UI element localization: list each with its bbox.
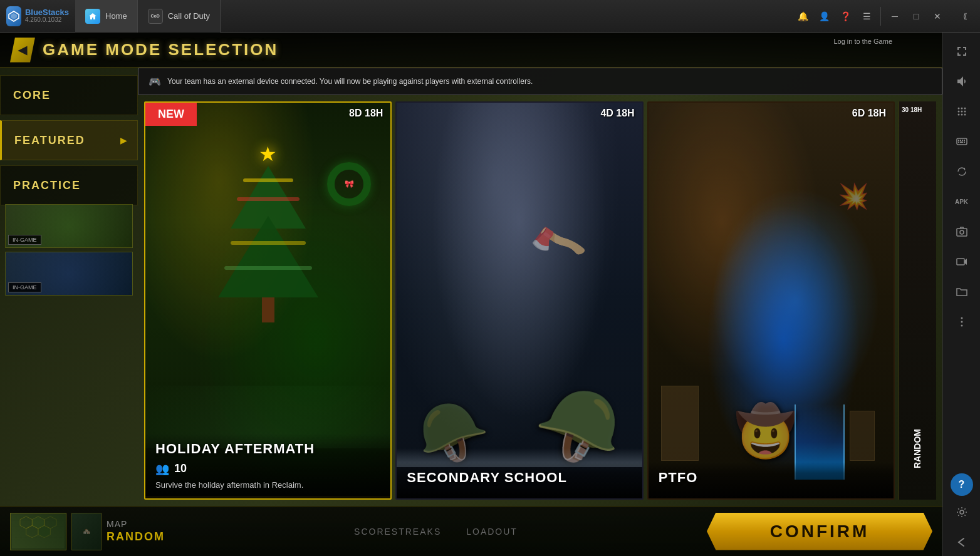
in-game-badge-2: IN-GAME bbox=[8, 282, 41, 292]
map-thumb-2: 🏘️ bbox=[71, 513, 102, 550]
minimize-btn[interactable]: ─ bbox=[885, 6, 905, 26]
bluestacks-version: 4.260.0.1032 bbox=[25, 16, 69, 24]
video-btn[interactable] bbox=[948, 248, 976, 275]
svg-point-30 bbox=[960, 510, 964, 514]
help-circle-btn[interactable]: ? bbox=[951, 473, 973, 496]
ptfo-card-title: PTFO bbox=[659, 470, 884, 486]
svg-point-7 bbox=[957, 108, 959, 110]
tab-cod[interactable]: CoD Call of Duty bbox=[138, 0, 221, 33]
controller-icon: 🎮 bbox=[149, 76, 161, 88]
more-options-btn[interactable] bbox=[948, 308, 976, 336]
svg-point-11 bbox=[961, 111, 962, 113]
featured-arrow-icon: ▶ bbox=[120, 135, 127, 145]
svg-rect-18 bbox=[960, 140, 961, 141]
practice-label: PRACTICE bbox=[13, 179, 81, 192]
svg-rect-19 bbox=[962, 140, 963, 141]
bell-btn[interactable]: 🔔 bbox=[793, 6, 813, 26]
back-arrow-icon: ◀ bbox=[18, 43, 27, 57]
new-badge: NEW bbox=[145, 103, 197, 126]
confirm-button[interactable]: CONFIRM bbox=[707, 513, 932, 550]
holiday-card-desc: Survive the holiday aftermath in Reclaim… bbox=[155, 480, 380, 491]
svg-point-9 bbox=[964, 108, 966, 110]
svg-point-15 bbox=[964, 114, 966, 116]
confirm-text: CONFIRM bbox=[770, 522, 870, 542]
svg-rect-22 bbox=[960, 142, 963, 143]
dots-grid-btn[interactable] bbox=[948, 98, 976, 125]
volume-btn[interactable] bbox=[948, 68, 976, 95]
sidebar-thumb-1[interactable]: IN-GAME bbox=[5, 204, 133, 248]
loadout-label: LOADOUT bbox=[466, 527, 518, 537]
close-btn[interactable]: ✕ bbox=[927, 6, 947, 26]
map-thumbnail bbox=[10, 513, 66, 550]
ptfo-time-badge: 6D 18H bbox=[852, 108, 886, 119]
svg-point-25 bbox=[960, 230, 964, 234]
home-icon bbox=[85, 9, 100, 24]
secondary-card-title: SECONDARY SCHOOL bbox=[407, 470, 632, 486]
svg-point-8 bbox=[961, 108, 962, 110]
svg-point-27 bbox=[961, 317, 962, 319]
wreath-decoration: 🎀 bbox=[327, 162, 371, 206]
bottom-center: SCORESTREAKS LOADOUT bbox=[175, 527, 697, 537]
expand-view-btn[interactable] bbox=[948, 38, 976, 65]
help-icon: ? bbox=[959, 479, 965, 490]
secondary-time-badge: 4D 18H bbox=[600, 108, 634, 119]
svg-point-14 bbox=[961, 114, 962, 116]
holiday-card-info: HOLIDAY AFTERMATH 👥 10 Survive the holid… bbox=[145, 433, 390, 498]
sidebar-item-featured[interactable]: ▶ FEATURED bbox=[0, 120, 138, 160]
mode-card-holiday[interactable]: ★ 🎀 N bbox=[144, 101, 392, 500]
players-count: 10 bbox=[174, 462, 187, 475]
back-nav-btn[interactable] bbox=[948, 528, 976, 556]
bottom-bar: 🏘️ MAP RANDOM SCORESTREAKS LOADOUT CONFI… bbox=[0, 506, 942, 556]
svg-point-12 bbox=[964, 111, 966, 113]
tab-home[interactable]: Home bbox=[75, 0, 138, 33]
featured-label: FEATURED bbox=[14, 134, 85, 147]
notification-banner: 🎮 Your team has an external device conne… bbox=[138, 68, 942, 95]
game-area: ◀ GAME MODE SELECTION Log in to the Game… bbox=[0, 33, 942, 556]
collapse-btn[interactable]: ⟪ bbox=[955, 6, 975, 26]
apk-btn[interactable]: APK bbox=[948, 188, 976, 215]
home-tab-label: Home bbox=[105, 11, 127, 21]
window-controls: 🔔 👤 ❓ ☰ ─ □ ✕ ⟪ bbox=[793, 6, 980, 26]
map-label-container: MAP RANDOM bbox=[107, 519, 165, 543]
map-value: RANDOM bbox=[107, 530, 165, 543]
svg-marker-5 bbox=[26, 525, 38, 537]
game-header: ◀ GAME MODE SELECTION Log in to the Game bbox=[0, 33, 942, 68]
title-bar: BlueStacks 4.260.0.1032 Home CoD Call of… bbox=[0, 0, 980, 33]
map-preview[interactable]: 🏘️ MAP RANDOM bbox=[10, 513, 165, 550]
screenshot-btn[interactable] bbox=[948, 218, 976, 245]
svg-point-28 bbox=[961, 321, 962, 323]
svg-rect-21 bbox=[958, 142, 959, 143]
settings-btn[interactable] bbox=[948, 498, 976, 526]
keyboard-btn[interactable] bbox=[948, 128, 976, 155]
svg-rect-26 bbox=[957, 259, 964, 265]
bluestacks-text: BlueStacks 4.260.0.1032 bbox=[25, 8, 69, 24]
back-button[interactable]: ◀ bbox=[10, 38, 35, 63]
user-btn[interactable]: 👤 bbox=[814, 6, 834, 26]
folder-btn[interactable] bbox=[948, 278, 976, 306]
svg-rect-23 bbox=[964, 142, 965, 143]
secondary-card-info: SECONDARY SCHOOL bbox=[397, 462, 642, 498]
mode-card-secondary[interactable]: 🪖 🪖 🪓 4D 18H SECONDARY SCHOOL bbox=[395, 101, 643, 500]
sidebar-thumb-2[interactable]: IN-GAME bbox=[5, 252, 133, 296]
page-title: GAME MODE SELECTION bbox=[43, 40, 278, 59]
mode-card-ptfo[interactable]: 🤠 💥 6D 18H PTFO bbox=[647, 101, 895, 500]
cod-tab-icon: CoD bbox=[148, 9, 163, 24]
mode-card-partial: 30 18H RANDOM bbox=[899, 101, 936, 500]
scorestreaks-label: SCORESTREAKS bbox=[354, 527, 441, 537]
svg-point-13 bbox=[957, 114, 959, 116]
svg-point-10 bbox=[957, 111, 959, 113]
bluestacks-logo: BlueStacks 4.260.0.1032 bbox=[0, 0, 75, 33]
rotation-btn[interactable] bbox=[948, 158, 976, 185]
svg-point-29 bbox=[961, 325, 962, 327]
restore-btn[interactable]: □ bbox=[906, 6, 926, 26]
in-game-badge-1: IN-GAME bbox=[8, 235, 41, 245]
map-section-label: MAP bbox=[107, 519, 165, 529]
help-btn[interactable]: ❓ bbox=[835, 6, 855, 26]
menu-btn[interactable]: ☰ bbox=[857, 6, 877, 26]
sidebar-item-core[interactable]: CORE bbox=[0, 75, 138, 115]
notification-text: Your team has an external device connect… bbox=[167, 77, 533, 86]
holiday-time-badge: 8D 18H bbox=[349, 108, 383, 119]
bluestacks-name: BlueStacks bbox=[25, 8, 69, 16]
svg-rect-17 bbox=[958, 140, 959, 141]
holiday-card-players: 👥 10 bbox=[155, 462, 380, 476]
